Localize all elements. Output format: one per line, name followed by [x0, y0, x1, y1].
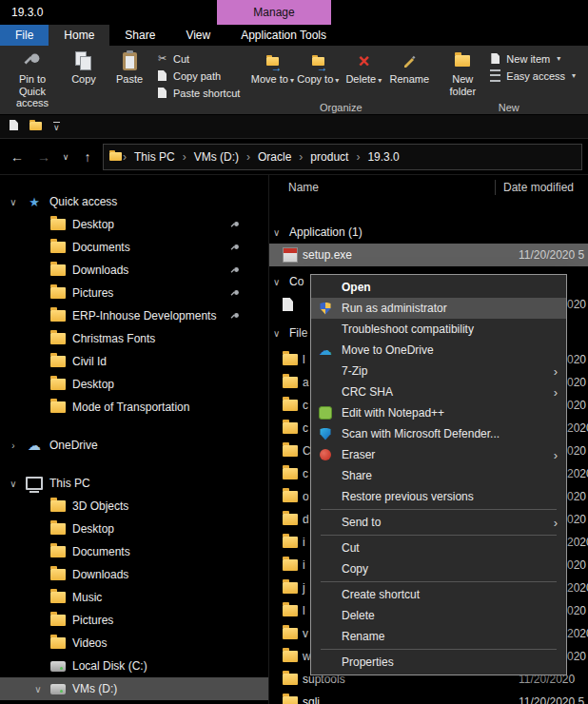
menu-item-restore-previous-versions[interactable]: Restore previous versions: [311, 486, 566, 507]
menu-item-edit-with-notepad-plus-plus[interactable]: Edit with Notepad++: [311, 402, 566, 423]
qat-customize-chevron-icon[interactable]: ∨: [53, 122, 60, 131]
qat-properties-icon[interactable]: [10, 120, 18, 133]
folder-icon: [49, 637, 67, 649]
new-folder-button[interactable]: New folder: [440, 48, 485, 99]
tab-view[interactable]: View: [170, 25, 225, 46]
breadcrumb[interactable]: › This PC › VMs (D:) › Oracle › product …: [103, 144, 582, 170]
pin-to-quick-access-button[interactable]: Pin to Quick access: [4, 48, 61, 111]
folder-icon: [283, 674, 298, 685]
chevron-right-icon[interactable]: ›: [8, 440, 19, 451]
delete-button[interactable]: × Delete▾: [341, 48, 386, 88]
chevron-down-icon[interactable]: ∨: [273, 227, 283, 238]
sidebar-item-this-pc-downloads[interactable]: Downloads: [0, 563, 268, 586]
eraser-icon: [317, 449, 334, 460]
sidebar-item-quick-access[interactable]: ∨ ★ Quick access: [0, 190, 268, 213]
folder-icon: [49, 569, 67, 580]
folder-icon: [283, 514, 298, 525]
file-row-setup-exe[interactable]: setup.exe 11/20/2020 5: [269, 244, 588, 266]
column-header-date-modified[interactable]: Date modified: [496, 181, 574, 194]
sidebar-item-this-pc-desktop[interactable]: Desktop: [0, 518, 268, 540]
menu-item-cut[interactable]: Cut: [311, 538, 566, 558]
folder-row-partial[interactable]: sqlj11/20/2020 5: [269, 691, 588, 704]
chevron-down-icon[interactable]: ∨: [273, 328, 283, 339]
tab-file[interactable]: File: [0, 25, 49, 46]
menu-item-share[interactable]: Share: [311, 465, 566, 486]
sidebar-item-onedrive[interactable]: › ☁ OneDrive: [0, 434, 268, 457]
menu-item-crc-sha[interactable]: CRC SHA ›: [311, 381, 566, 402]
rename-button[interactable]: Rename: [386, 48, 432, 88]
sidebar-item-downloads-pinned[interactable]: Downloads: [0, 259, 268, 282]
folder-icon: [283, 445, 298, 457]
sidebar-item-erp-inhouse-developments[interactable]: ERP-Inhouse Developments: [0, 304, 268, 327]
pushpin-icon: [24, 49, 41, 72]
sidebar-item-this-pc-documents[interactable]: Documents: [0, 540, 268, 563]
copy-path-button[interactable]: Copy path: [156, 68, 240, 83]
folder-icon: [283, 582, 298, 594]
menu-item-move-to-onedrive[interactable]: ☁ Move to OneDrive: [311, 340, 566, 361]
breadcrumb-segment-product[interactable]: product: [304, 150, 355, 164]
menu-item-copy[interactable]: Copy: [311, 558, 566, 579]
folder-icon: [283, 377, 298, 388]
paste-button[interactable]: Paste: [107, 48, 152, 88]
breadcrumb-segment-oracle[interactable]: Oracle: [251, 150, 298, 164]
uac-shield-icon: [317, 303, 334, 315]
chevron-down-icon[interactable]: ∨: [32, 684, 44, 694]
breadcrumb-segment-this-pc[interactable]: This PC: [127, 150, 182, 164]
quick-access-star-icon: ★: [26, 195, 43, 209]
menu-item-7-zip[interactable]: 7-Zip ›: [311, 361, 566, 381]
sidebar-item-this-pc[interactable]: ∨ This PC: [0, 472, 268, 495]
sidebar-item-local-disk-c[interactable]: Local Disk (C:): [0, 655, 268, 677]
menu-item-eraser[interactable]: Eraser ›: [311, 444, 566, 465]
easy-access-button[interactable]: Easy access ▾: [489, 68, 576, 83]
chevron-down-icon[interactable]: ∨: [8, 479, 19, 489]
sidebar-item-pictures-pinned[interactable]: Pictures: [0, 282, 268, 304]
new-item-button[interactable]: New item ▾: [489, 51, 576, 66]
copy-button[interactable]: Copy: [61, 48, 107, 88]
folder-icon: [49, 500, 67, 512]
breadcrumb-segment-19-3-0[interactable]: 19.3.0: [361, 150, 405, 164]
menu-item-run-as-administrator[interactable]: Run as administrator: [311, 298, 566, 319]
breadcrumb-chevron-icon: ›: [246, 150, 250, 164]
menu-item-open[interactable]: Open: [311, 277, 566, 298]
column-header-name[interactable]: Name: [288, 181, 495, 194]
menu-item-send-to[interactable]: Send to ›: [311, 512, 566, 533]
menu-item-properties[interactable]: Properties: [311, 652, 566, 673]
forward-button[interactable]: →: [32, 146, 55, 168]
menu-item-troubleshoot-compatibility[interactable]: Troubleshoot compatibility: [311, 319, 566, 340]
paste-shortcut-button[interactable]: Paste shortcut: [156, 86, 240, 100]
sidebar-item-christmas-fonts[interactable]: Christmas Fonts: [0, 327, 268, 350]
sidebar-item-this-pc-pictures[interactable]: Pictures: [0, 609, 268, 632]
sidebar-item-desktop-recent[interactable]: Desktop: [0, 373, 268, 396]
menu-item-rename[interactable]: Rename: [311, 626, 566, 647]
copy-to-button[interactable]: → Copy to▾: [295, 48, 341, 88]
sidebar-item-3d-objects[interactable]: 3D Objects: [0, 495, 268, 518]
cut-button[interactable]: ✂ Cut: [156, 51, 240, 66]
tab-application-tools[interactable]: Application Tools: [225, 25, 342, 46]
sidebar-item-documents-pinned[interactable]: Documents: [0, 236, 268, 259]
paste-shortcut-icon: [156, 88, 168, 98]
recent-locations-dropdown[interactable]: ∨: [59, 146, 72, 168]
sidebar-item-desktop-pinned[interactable]: Desktop: [0, 213, 268, 236]
tab-home[interactable]: Home: [49, 25, 109, 46]
move-to-button[interactable]: → Move to▾: [249, 48, 295, 88]
up-button[interactable]: ↑: [76, 146, 99, 168]
tab-share[interactable]: Share: [109, 25, 170, 46]
folder-icon: [283, 400, 298, 411]
menu-item-scan-with-microsoft-defender[interactable]: Scan with Microsoft Defender...: [311, 423, 566, 444]
sidebar-item-mode-of-transportation[interactable]: Mode of Transportation: [0, 396, 268, 419]
group-header-application[interactable]: ∨ Application (1): [269, 221, 588, 244]
folder-icon: [283, 354, 298, 365]
sidebar-item-music[interactable]: Music: [0, 586, 268, 609]
sidebar-item-videos[interactable]: Videos: [0, 632, 268, 655]
sidebar-item-vms-d[interactable]: ∨ VMs (D:): [0, 677, 268, 700]
breadcrumb-segment-vms-d[interactable]: VMs (D:): [187, 150, 245, 164]
qat-new-folder-icon[interactable]: [29, 120, 42, 133]
back-button[interactable]: ←: [6, 146, 29, 168]
chevron-down-icon[interactable]: ∨: [8, 197, 19, 207]
menu-item-create-shortcut[interactable]: Create shortcut: [311, 584, 566, 605]
menu-item-delete[interactable]: Delete: [311, 605, 566, 626]
manage-contextual-tab[interactable]: Manage: [217, 0, 331, 25]
sidebar-item-civil-id[interactable]: Civil Id: [0, 350, 268, 373]
chevron-down-icon[interactable]: ∨: [273, 277, 283, 287]
submenu-arrow-icon: ›: [554, 364, 558, 379]
